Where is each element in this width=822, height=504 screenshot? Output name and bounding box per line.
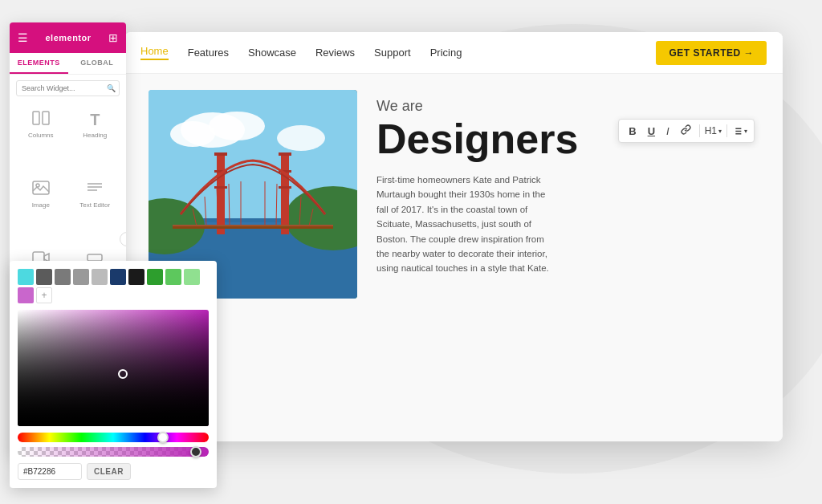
swatch-green[interactable] [147, 269, 163, 285]
format-toolbar: B U I H1 ▾ ▾ [618, 119, 755, 143]
hex-input[interactable] [18, 463, 82, 480]
hero-description: First-time homeowners Kate and Patrick M… [376, 173, 553, 276]
svg-point-2 [209, 112, 265, 140]
color-cursor[interactable] [118, 369, 128, 379]
sidebar-search-container: 🔍 [16, 79, 120, 96]
nav-link-support[interactable]: Support [374, 47, 411, 59]
nav-link-pricing[interactable]: Pricing [430, 47, 462, 59]
swatch-dark-gray[interactable] [36, 269, 52, 285]
svg-rect-16 [279, 186, 291, 189]
heading-label: H1 [705, 125, 717, 136]
search-input[interactable] [16, 80, 120, 96]
tab-global[interactable]: GLOBAL [68, 53, 127, 74]
swatch-add-button[interactable]: + [36, 287, 52, 303]
svg-rect-43 [87, 254, 102, 261]
search-icon: 🔍 [107, 84, 116, 92]
heading-icon: T [90, 111, 100, 129]
we-are-text: We are [376, 98, 759, 115]
heading-widget-label: Heading [83, 132, 107, 139]
nav-link-home[interactable]: Home [140, 45, 169, 60]
svg-point-3 [170, 121, 215, 147]
sidebar-tabs: ELEMENTS GLOBAL [10, 53, 126, 75]
svg-rect-11 [214, 152, 227, 156]
svg-rect-35 [33, 112, 39, 124]
color-swatches: + [18, 269, 209, 303]
widget-columns[interactable]: Columns [14, 104, 67, 173]
browser-navbar: Home Features Showcase Reviews Support P… [124, 32, 783, 74]
columns-icon [32, 111, 50, 129]
svg-rect-12 [279, 152, 291, 156]
swatch-light-green[interactable] [165, 269, 181, 285]
swatch-cyan[interactable] [18, 269, 34, 285]
grid-icon[interactable]: ⊞ [108, 31, 118, 44]
color-gradient-picker[interactable] [18, 310, 209, 426]
list-selector[interactable]: ▾ [732, 126, 747, 136]
underline-button[interactable]: U [645, 124, 658, 139]
widget-heading[interactable]: T Heading [69, 104, 122, 173]
nav-link-reviews[interactable]: Reviews [315, 47, 355, 59]
heading-selector[interactable]: H1 ▾ [705, 125, 722, 136]
swatch-black[interactable] [128, 269, 144, 285]
nav-link-features[interactable]: Features [188, 47, 229, 59]
swatch-light-gray[interactable] [73, 269, 89, 285]
hue-thumb[interactable] [157, 432, 169, 443]
toolbar-divider-2 [726, 124, 727, 137]
hero-text-block: We are Designers First-time homeowners K… [376, 90, 759, 276]
nav-links: Home Features Showcase Reviews Support P… [140, 45, 462, 60]
list-chevron-icon: ▾ [744, 128, 747, 135]
hue-slider[interactable] [18, 433, 209, 442]
image-widget-label: Image [32, 201, 50, 209]
clear-button[interactable]: CLEAR [87, 463, 131, 480]
svg-rect-28 [173, 225, 333, 226]
opacity-thumb[interactable] [190, 446, 201, 457]
italic-button[interactable]: I [663, 124, 673, 139]
svg-point-4 [277, 125, 325, 151]
widget-text-editor[interactable]: Text Editor [69, 174, 122, 242]
svg-rect-36 [43, 112, 49, 124]
svg-rect-15 [214, 186, 227, 189]
swatch-medium-gray[interactable] [55, 269, 71, 285]
widget-image[interactable]: Image [14, 174, 67, 242]
swatch-pale-green[interactable] [184, 269, 200, 285]
heading-chevron-icon: ▾ [718, 128, 722, 135]
link-button[interactable] [678, 123, 694, 139]
nav-link-showcase[interactable]: Showcase [248, 47, 296, 59]
elementor-logo: elementor [45, 33, 91, 43]
color-picker: + CLEAR [10, 261, 217, 488]
cta-button[interactable]: GET STARTED → [656, 41, 767, 65]
svg-point-38 [36, 184, 39, 187]
columns-label: Columns [28, 132, 54, 139]
sidebar-header: ☰ elementor ⊞ [10, 22, 126, 53]
swatch-purple[interactable] [18, 287, 34, 303]
bold-button[interactable]: B [625, 124, 639, 139]
tab-elements[interactable]: ELEMENTS [10, 53, 68, 74]
text-editor-label: Text Editor [79, 201, 110, 209]
text-editor-icon [86, 181, 104, 199]
hamburger-icon[interactable]: ☰ [18, 31, 28, 44]
toolbar-divider [699, 124, 700, 137]
image-icon [32, 181, 50, 199]
browser-window: Home Features Showcase Reviews Support P… [124, 32, 783, 441]
swatch-lighter-gray[interactable] [92, 269, 108, 285]
swatch-dark-blue[interactable] [110, 269, 126, 285]
opacity-slider[interactable] [18, 447, 209, 457]
color-input-row: CLEAR [18, 463, 209, 480]
